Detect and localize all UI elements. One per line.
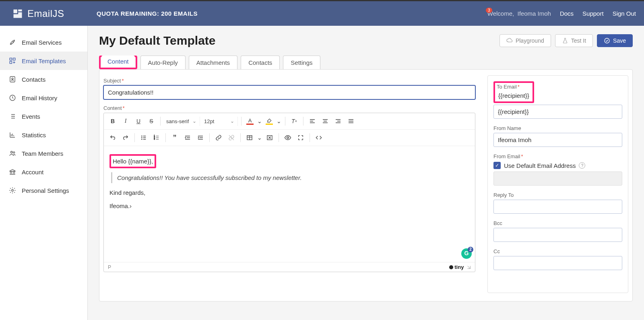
- support-link[interactable]: Support: [582, 10, 604, 17]
- svg-point-6: [11, 151, 13, 153]
- sidebar-item-email-templates[interactable]: Email Templates: [0, 52, 87, 70]
- undo-button[interactable]: [107, 132, 118, 143]
- bg-color-button[interactable]: [264, 118, 275, 125]
- subject-label: Subject*: [103, 78, 475, 84]
- clear-format-button[interactable]: T×: [289, 116, 300, 127]
- code-button[interactable]: [313, 132, 324, 143]
- editor-panel: Subject* Content* B I U S sans-serif 12p…: [103, 75, 475, 293]
- greeting-highlight: Hello {{name}},: [109, 154, 156, 168]
- chart-icon: [9, 131, 16, 138]
- recipients-panel: To Email* {{recipient}} From Name From E…: [487, 75, 628, 293]
- italic-button[interactable]: I: [120, 116, 131, 127]
- sidebar-item-team-members[interactable]: Team Members: [0, 144, 87, 163]
- from-name-label: From Name: [493, 125, 622, 131]
- sidebar-item-email-services[interactable]: Email Services: [0, 33, 87, 52]
- reply-to-input[interactable]: [493, 200, 622, 214]
- to-email-label: To Email*: [497, 84, 531, 90]
- notification-badge[interactable]: 3: [486, 8, 492, 13]
- tab-contacts[interactable]: Contacts: [241, 56, 280, 69]
- text-color-button[interactable]: A: [245, 118, 255, 125]
- bullet-list-button[interactable]: [138, 132, 149, 143]
- text-color-dropdown[interactable]: ⌄: [257, 116, 262, 127]
- redo-button[interactable]: [120, 132, 131, 143]
- bcc-input[interactable]: [493, 228, 622, 242]
- logo[interactable]: EmailJS: [12, 8, 89, 19]
- bg-color-dropdown[interactable]: ⌄: [276, 116, 282, 127]
- sidebar-item-label: Account: [22, 169, 43, 175]
- fullscreen-button[interactable]: [295, 132, 306, 143]
- to-email-highlight: To Email* {{recipient}}: [493, 81, 534, 103]
- from-email-label: From Email*: [493, 153, 622, 159]
- signout-link[interactable]: Sign Out: [613, 10, 636, 17]
- main-content: My Default Template Playground Test It S…: [88, 26, 644, 320]
- from-name-input[interactable]: [493, 133, 622, 147]
- indent-button[interactable]: [195, 132, 206, 143]
- sidebar: Email Services Email Templates Contacts …: [0, 26, 88, 320]
- sidebar-item-contacts[interactable]: Contacts: [0, 70, 87, 89]
- sidebar-item-label: Email Services: [22, 39, 62, 46]
- editor-content-area[interactable]: Hello {{name}}, Congratulations!! You ha…: [104, 146, 475, 262]
- svg-rect-1: [13, 58, 15, 60]
- editor-regards: Kind regards,: [109, 187, 469, 198]
- svg-point-9: [605, 38, 609, 43]
- image-button[interactable]: [264, 132, 275, 143]
- tab-attachments[interactable]: Attachments: [189, 56, 237, 69]
- bold-button[interactable]: B: [107, 116, 118, 127]
- playground-button[interactable]: Playground: [500, 34, 551, 47]
- font-family-select[interactable]: sans-serif: [164, 117, 198, 126]
- quota-text: QUOTA REMAINING: 200 EMAILS: [97, 10, 198, 17]
- bank-icon: [9, 168, 16, 175]
- svg-point-4: [12, 78, 13, 80]
- tabs: Content Auto-Reply Attachments Contacts …: [99, 56, 633, 69]
- use-default-checkbox-row[interactable]: ✓ Use Default Email Address ?: [493, 162, 622, 169]
- checkbox-checked-icon: ✓: [493, 162, 501, 169]
- topbar: EmailJS QUOTA REMAINING: 200 EMAILS 3 We…: [0, 0, 644, 26]
- font-size-select[interactable]: 12pt: [202, 117, 236, 126]
- svg-point-19: [449, 265, 453, 269]
- outdent-button[interactable]: [182, 132, 193, 143]
- underline-button[interactable]: U: [133, 116, 144, 127]
- align-center-button[interactable]: [320, 116, 331, 127]
- to-email-input[interactable]: [493, 105, 622, 119]
- grammarly-icon[interactable]: G2: [461, 248, 472, 259]
- sidebar-item-label: Events: [22, 113, 40, 120]
- subject-input[interactable]: [103, 85, 475, 99]
- table-dropdown[interactable]: ⌄: [257, 132, 262, 143]
- align-left-button[interactable]: [307, 116, 318, 127]
- link-button[interactable]: [213, 132, 224, 143]
- preview-button[interactable]: [282, 132, 293, 143]
- strikethrough-button[interactable]: S: [146, 116, 157, 127]
- number-list-button[interactable]: 123: [151, 132, 162, 143]
- svg-point-11: [142, 137, 142, 138]
- sidebar-item-personal-settings[interactable]: Personal Settings: [0, 181, 87, 200]
- blockquote-button[interactable]: ”: [169, 132, 180, 143]
- logo-icon: [12, 8, 23, 19]
- testit-button[interactable]: Test It: [555, 34, 593, 47]
- sidebar-item-statistics[interactable]: Statistics: [0, 126, 87, 144]
- svg-text:3: 3: [154, 138, 155, 140]
- from-email-input: [493, 171, 622, 186]
- sidebar-item-label: Contacts: [22, 76, 45, 83]
- grid-plus-icon: [9, 57, 16, 64]
- tab-autoreply[interactable]: Auto-Reply: [140, 56, 186, 69]
- sidebar-item-events[interactable]: Events: [0, 107, 87, 126]
- help-icon[interactable]: ?: [579, 162, 585, 169]
- cc-input[interactable]: [493, 256, 622, 270]
- docs-link[interactable]: Docs: [560, 10, 574, 17]
- tiny-logo: tiny: [449, 264, 471, 270]
- sidebar-item-account[interactable]: Account: [0, 163, 87, 181]
- sidebar-item-email-history[interactable]: Email History: [0, 89, 87, 107]
- align-right-button[interactable]: [332, 116, 344, 127]
- align-justify-button[interactable]: [345, 116, 357, 127]
- table-button[interactable]: [244, 132, 255, 143]
- unlink-button[interactable]: [226, 132, 237, 143]
- svg-rect-2: [10, 62, 12, 64]
- tab-settings[interactable]: Settings: [283, 56, 320, 69]
- page-title: My Default Template: [99, 34, 216, 47]
- flask-icon: [562, 37, 568, 44]
- gear-icon: [9, 187, 16, 194]
- sidebar-item-label: Statistics: [22, 132, 46, 138]
- tab-content[interactable]: Content: [101, 56, 135, 67]
- save-button[interactable]: Save: [597, 34, 633, 47]
- editor-signature: Ifeoma.›: [109, 200, 469, 211]
